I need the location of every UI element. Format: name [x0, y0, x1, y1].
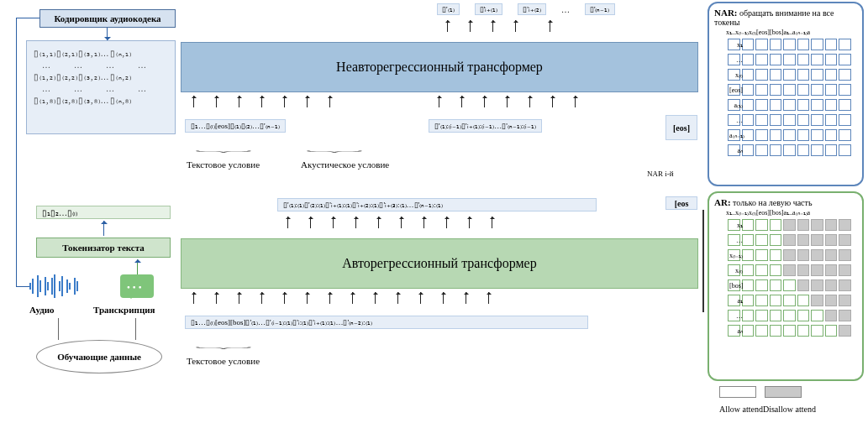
- mask-cell: [770, 39, 782, 51]
- mask-cell: [825, 249, 838, 262]
- attention-mask-panels: NAR: обращать внимание на все токены x₁.…: [708, 0, 865, 420]
- nar-transformer: Неавторегрессионный трансформер: [181, 42, 698, 92]
- mask-cell: [797, 39, 810, 51]
- mask-cell: [755, 249, 768, 262]
- mask-cell: [770, 99, 782, 112]
- mask-cell: [839, 39, 851, 51]
- mask-cell: [839, 325, 851, 337]
- arrow-tokenizer-up: [103, 221, 104, 236]
- mask-cell: [811, 114, 823, 127]
- mask-cell: [839, 295, 851, 307]
- mask-cell: [797, 144, 810, 157]
- mask-cell: [755, 129, 768, 142]
- mask-cell: [811, 295, 823, 307]
- mask-cell: [839, 114, 851, 127]
- text-condition-label: Текстовое условие: [187, 159, 260, 170]
- nar-stage-label: NAR i-й: [647, 170, 674, 178]
- ar-mask-prefix: AR:: [714, 197, 731, 207]
- mask-cell: [839, 144, 851, 157]
- ar-eos-token: [eos: [665, 196, 697, 210]
- mask-cell: [770, 114, 782, 127]
- nar-mask-grid: x₁…x₍ₗ₎[eos]a₍₁₎…a₍ₙ₋₁₎aₙ: [728, 38, 859, 157]
- arrow-audio-to-encoder-base: [16, 286, 29, 287]
- legend-disallow-label: Disallow attend: [763, 405, 816, 414]
- mask-cell: [839, 279, 851, 292]
- nar-output-arrows: [447, 20, 572, 32]
- mask-cell: [770, 54, 782, 66]
- audio-label: Аудио: [29, 305, 55, 315]
- mask-cell: [797, 249, 810, 262]
- codec-ellipsis-row: …………: [34, 84, 168, 93]
- ar-output-arrows: [287, 217, 514, 228]
- mask-cell: [770, 69, 782, 81]
- mask-cell: [783, 264, 796, 277]
- mask-cell: [770, 264, 782, 277]
- mask-cell: [742, 39, 755, 51]
- audio-codec-encoder: Кодировщик аудиокодека: [39, 9, 176, 28]
- ar-autoregressive-feedback-line: [701, 210, 704, 312]
- arrow-encoder-to-codec: [107, 28, 108, 40]
- mask-cell: [770, 234, 782, 247]
- brace-icon: ⏟: [307, 143, 364, 154]
- mask-cell: [811, 219, 823, 232]
- mask-cell: [839, 219, 851, 232]
- mask-cell: [811, 264, 823, 277]
- mask-cell: [825, 84, 838, 97]
- mask-cell: [742, 325, 755, 337]
- mask-cell: [755, 39, 768, 51]
- mask-cell: [825, 39, 838, 51]
- mask-cell: [783, 69, 796, 81]
- left-pipeline: Кодировщик аудиокодека ▯₍₁,₁₎▯₍₂,₁₎▯₍₃,₁…: [13, 4, 172, 415]
- ar-input-arrows: [193, 292, 511, 304]
- mask-cell: [742, 264, 755, 277]
- transcription-label: Транскрипция: [93, 305, 155, 315]
- mask-cell: [742, 84, 755, 97]
- mask-cell: [811, 144, 823, 157]
- mask-cell: [770, 219, 782, 232]
- mask-cell: [770, 129, 782, 142]
- ar-output-tokens: ▯'₍₁₎:₍₁₎▯'₍₂₎:₍₁₎▯'ᵢ₊₍₁₎:₍₁₎▯'ᵢ₊₍₂₎:₍₁₎…: [277, 198, 639, 213]
- mask-cell: [783, 54, 796, 66]
- brace-icon: ⏟: [196, 339, 253, 350]
- token: ▯'ᵢ₊₍₁₎: [475, 3, 503, 15]
- mask-cell: [755, 310, 768, 322]
- mask-cell: [742, 114, 755, 127]
- mask-cell: [825, 310, 838, 322]
- nar-title: Неавторегрессионный трансформер: [336, 60, 543, 75]
- nar-input-arrows-left: [193, 96, 352, 107]
- mask-cell: [839, 310, 851, 322]
- ar-mask-text: только на левую часть: [733, 198, 812, 207]
- mask-cell: [770, 295, 782, 307]
- arrow-bubble-to-tokenizer: [137, 259, 138, 274]
- waveform-icon: [29, 274, 88, 298]
- mask-cell: [825, 234, 838, 247]
- mask-cell: [825, 114, 838, 127]
- mask-cell: [825, 99, 838, 112]
- mask-cell: [797, 129, 810, 142]
- mask-cell: [742, 54, 755, 66]
- mask-cell: [811, 325, 823, 337]
- brace-icon: ⏟: [196, 143, 253, 154]
- arrow-audio-to-encoder-vert: [16, 18, 17, 286]
- speech-bubble-icon: •••: [120, 274, 154, 298]
- mask-cell: [811, 39, 823, 51]
- mask-cell: [811, 129, 823, 142]
- mask-cell: [797, 295, 810, 307]
- seq-strip: ▯'₍₁₎:₍ᵢ₋₁₎▯'ᵢ₊₍₁₎:₍ᵢ₋₁₎…▯'₍ₙ₋₁₎:₍ᵢ₋₁₎: [429, 119, 542, 133]
- mask-cell: [797, 279, 810, 292]
- mask-cell: [755, 144, 768, 157]
- mask-cell: [755, 69, 768, 81]
- mask-cell: [755, 279, 768, 292]
- seq-strip: ▯₁…▯₍ₗ₎[eos][bos]▯'₍₁₎…▯'₍ᵢ₋₁₎:₍₁₎▯'ᵢ:₍₁…: [185, 316, 588, 329]
- mask-cell: [742, 295, 755, 307]
- mask-cell: [742, 310, 755, 322]
- mask-cell: [811, 279, 823, 292]
- mask-cell: [825, 279, 838, 292]
- mask-cell: [770, 279, 782, 292]
- mask-cell: [783, 129, 796, 142]
- mask-cell: [783, 144, 796, 157]
- mask-cell: [839, 234, 851, 247]
- mask-cell: [783, 310, 796, 322]
- mask-cell: [783, 39, 796, 51]
- mask-cell: [811, 84, 823, 97]
